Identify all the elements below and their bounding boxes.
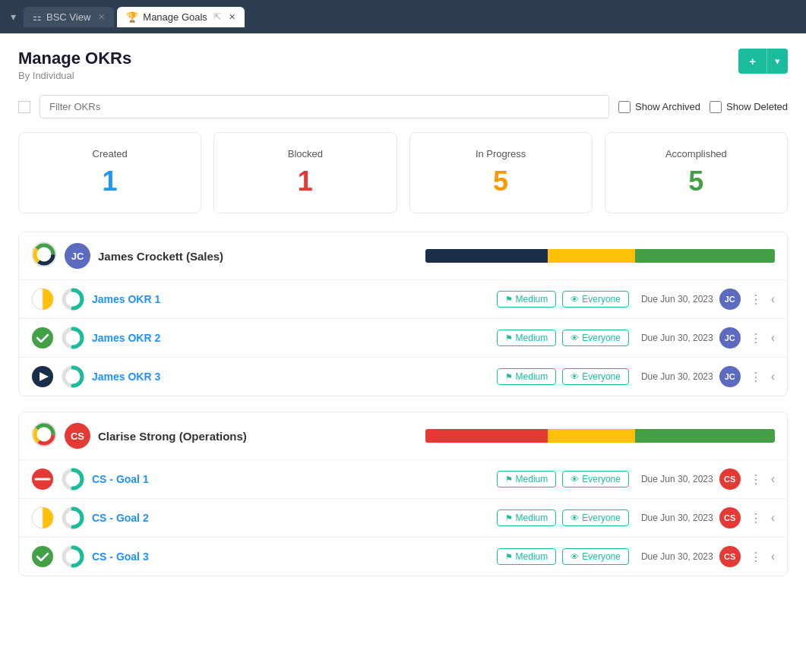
flag-icon: ⚑	[505, 475, 513, 484]
person-avatar-james: JC	[65, 243, 90, 269]
progress-segment	[635, 429, 775, 443]
visibility-label: Everyone	[582, 333, 621, 343]
okr-name-jokr3[interactable]: James OKR 3	[92, 371, 168, 383]
tab-bsc-label: BSC View	[46, 11, 90, 23]
okr-user-avatar-csgoal2: CS	[719, 507, 741, 528]
priority-label: Medium	[516, 333, 548, 343]
okr-more-menu-jokr1[interactable]: ⋮	[747, 291, 765, 308]
okr-status-icon-csgoal1	[31, 468, 54, 491]
okr-tags-jokr3: ⚑ Medium 👁 Everyone Due Jun 30, 2023 JC …	[497, 366, 775, 387]
visibility-tag-csgoal3[interactable]: 👁 Everyone	[562, 548, 629, 565]
okr-tags-csgoal1: ⚑ Medium 👁 Everyone Due Jun 30, 2023 CS …	[497, 469, 775, 490]
visibility-tag-csgoal1[interactable]: 👁 Everyone	[562, 471, 629, 487]
progress-segment	[548, 429, 635, 443]
priority-label: Medium	[516, 551, 548, 562]
stat-value: 1	[34, 166, 185, 197]
add-dropdown-button[interactable]: ▾	[766, 49, 788, 74]
tab-pin-icon[interactable]: ⇱	[213, 11, 221, 22]
show-archived-option[interactable]: Show Archived	[618, 101, 700, 113]
visibility-label: Everyone	[582, 551, 621, 562]
show-archived-checkbox[interactable]	[618, 101, 631, 113]
okr-due-jokr1: Due Jun 30, 2023	[641, 294, 713, 304]
visibility-tag-csgoal2[interactable]: 👁 Everyone	[562, 510, 629, 526]
stat-label: Blocked	[229, 148, 381, 159]
okr-status-icon-csgoal3	[31, 545, 54, 568]
okr-collapse-jokr3[interactable]: ‹	[771, 370, 775, 383]
okr-more-menu-jokr2[interactable]: ⋮	[747, 330, 765, 347]
okr-tags-csgoal3: ⚑ Medium 👁 Everyone Due Jun 30, 2023 CS …	[497, 546, 775, 567]
okr-name-jokr1[interactable]: James OKR 1	[92, 293, 168, 305]
eye-icon: 👁	[571, 513, 579, 522]
okr-tags-jokr2: ⚑ Medium 👁 Everyone Due Jun 30, 2023 JC …	[497, 327, 775, 349]
okr-more-menu-csgoal1[interactable]: ⋮	[747, 471, 765, 488]
add-button[interactable]: +	[738, 49, 766, 74]
okr-row-csgoal3: CS - Goal 3 ⚑ Medium 👁 Everyone Due Jun …	[19, 537, 787, 576]
priority-label: Medium	[516, 294, 548, 304]
person-progress-bar-clarise	[425, 429, 775, 443]
okr-progress-icon-csgoal2	[62, 506, 84, 529]
person-section-james: JC James Crockett (Sales) James OKR 1 ⚑ …	[18, 232, 788, 396]
okr-status-icon-jokr2	[31, 327, 54, 349]
okr-name-csgoal3[interactable]: CS - Goal 3	[92, 551, 168, 563]
tab-bsc-close[interactable]: ✕	[98, 12, 105, 22]
tab-goals[interactable]: 🏆 Manage Goals ⇱ ✕	[117, 7, 245, 27]
okr-more-menu-csgoal2[interactable]: ⋮	[747, 510, 765, 527]
flag-icon: ⚑	[505, 333, 513, 343]
tab-bsc[interactable]: ⚏ BSC View ✕	[24, 7, 114, 27]
okr-row-csgoal2: CS - Goal 2 ⚑ Medium 👁 Everyone Due Jun …	[19, 498, 787, 537]
main-content: Manage OKRs By Individual + ▾ Show Archi…	[0, 33, 806, 672]
stat-value: 5	[425, 166, 577, 197]
priority-tag-jokr2[interactable]: ⚑ Medium	[497, 330, 557, 346]
stat-card-accomplished: Accomplished 5	[605, 132, 788, 213]
okr-due-csgoal2: Due Jun 30, 2023	[641, 513, 713, 523]
filter-input[interactable]	[40, 95, 609, 118]
priority-tag-jokr1[interactable]: ⚑ Medium	[497, 291, 557, 308]
okr-list-james: James OKR 1 ⚑ Medium 👁 Everyone Due Jun …	[19, 279, 787, 396]
priority-label: Medium	[516, 513, 548, 523]
okr-name-csgoal1[interactable]: CS - Goal 1	[92, 473, 168, 485]
okr-status-icon-jokr3	[31, 365, 54, 388]
okr-status-icon-jokr1	[31, 288, 54, 311]
priority-tag-csgoal2[interactable]: ⚑ Medium	[497, 510, 557, 526]
person-avatar-clarise: CS	[65, 423, 90, 449]
show-deleted-checkbox[interactable]	[710, 101, 722, 113]
okr-collapse-csgoal1[interactable]: ‹	[771, 472, 775, 486]
page-title-area: Manage OKRs By Individual	[18, 49, 131, 81]
stat-label: Accomplished	[621, 148, 772, 159]
tab-bar: ▾ ⚏ BSC View ✕ 🏆 Manage Goals ⇱ ✕	[0, 0, 806, 33]
okr-name-csgoal2[interactable]: CS - Goal 2	[92, 512, 168, 524]
okr-due-jokr2: Due Jun 30, 2023	[641, 333, 713, 343]
person-pie-clarise	[31, 421, 57, 450]
person-header-james: JC James Crockett (Sales)	[19, 232, 787, 279]
eye-icon: 👁	[571, 295, 579, 304]
person-section-clarise: CS Clarise Strong (Operations) CS - Goal…	[18, 412, 788, 576]
show-deleted-option[interactable]: Show Deleted	[710, 101, 788, 113]
okr-name-jokr2[interactable]: James OKR 2	[92, 332, 168, 344]
priority-tag-csgoal3[interactable]: ⚑ Medium	[497, 548, 557, 565]
progress-segment	[425, 249, 548, 263]
okr-more-menu-jokr3[interactable]: ⋮	[747, 368, 765, 386]
tab-bar-chevron[interactable]: ▾	[6, 8, 21, 26]
okr-row-jokr1: James OKR 1 ⚑ Medium 👁 Everyone Due Jun …	[19, 279, 787, 318]
priority-tag-jokr3[interactable]: ⚑ Medium	[497, 368, 557, 385]
person-pie-james	[31, 241, 57, 270]
okr-user-avatar-jokr2: JC	[719, 327, 741, 349]
okr-tags-csgoal2: ⚑ Medium 👁 Everyone Due Jun 30, 2023 CS …	[497, 507, 775, 528]
page-header: Manage OKRs By Individual + ▾	[18, 49, 788, 81]
stats-row: Created 1 Blocked 1 In Progress 5 Accomp…	[18, 132, 788, 213]
okr-collapse-csgoal3[interactable]: ‹	[771, 550, 775, 563]
priority-tag-csgoal1[interactable]: ⚑ Medium	[497, 471, 557, 487]
visibility-label: Everyone	[582, 371, 621, 382]
okr-collapse-jokr1[interactable]: ‹	[771, 292, 775, 306]
svg-point-6	[32, 327, 53, 349]
visibility-tag-jokr2[interactable]: 👁 Everyone	[562, 330, 629, 346]
visibility-label: Everyone	[582, 474, 621, 484]
visibility-tag-jokr1[interactable]: 👁 Everyone	[562, 291, 629, 308]
select-all-checkbox[interactable]	[18, 101, 30, 113]
okr-more-menu-csgoal3[interactable]: ⋮	[747, 548, 765, 566]
visibility-tag-jokr3[interactable]: 👁 Everyone	[562, 368, 629, 385]
tab-goals-close[interactable]: ✕	[229, 12, 235, 22]
okr-collapse-csgoal2[interactable]: ‹	[771, 511, 775, 525]
okr-user-avatar-jokr1: JC	[719, 289, 741, 310]
okr-collapse-jokr2[interactable]: ‹	[771, 331, 775, 345]
